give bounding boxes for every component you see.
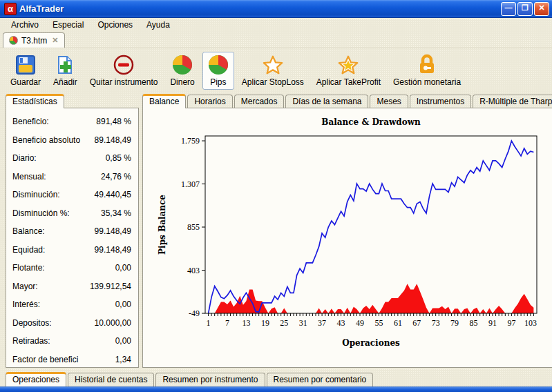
svg-text:61: 61: [394, 318, 402, 328]
pips-button[interactable]: Pips: [202, 52, 234, 90]
content-tab[interactable]: Horarios: [187, 95, 232, 108]
svg-text:13: 13: [242, 318, 250, 328]
toolbar-button-label: Dinero: [170, 77, 194, 87]
add-document-icon: [54, 54, 76, 76]
content-tab-label: Balance: [149, 97, 179, 106]
content-tab[interactable]: Mercados: [234, 95, 285, 108]
stat-value: 99.148,49: [95, 245, 131, 255]
stat-row: Depositos: 10.000,00: [6, 314, 138, 333]
stat-value: 24,76 %: [101, 172, 131, 182]
svg-text:73: 73: [432, 318, 440, 328]
save-floppy-icon: [15, 54, 37, 76]
stat-value: 0,85 %: [106, 153, 131, 163]
content-tab-label: Días de la semana: [292, 97, 361, 106]
stat-value: 0,00: [115, 263, 131, 273]
content-tab[interactable]: Días de la semana: [285, 95, 368, 108]
stat-label: Flotante:: [12, 263, 45, 273]
stat-row: Diario: 0,85 %: [6, 149, 138, 168]
balance-chart: -494038551.3071.759171319253137434955616…: [143, 108, 552, 367]
content-tab[interactable]: Balance: [142, 94, 186, 108]
stat-row: Equidad: 99.148,49: [6, 241, 138, 259]
chart-panel-body: -494038551.3071.759171319253137434955616…: [142, 108, 552, 368]
stat-value: 10.000,00: [95, 318, 131, 328]
stat-row: Flotante: 0,00: [6, 259, 138, 277]
statistics-body: Beneficio: 891,48 % Beneficio absoluto 8…: [6, 108, 139, 368]
content-tab-label: Mercados: [241, 97, 278, 106]
bottom-tab-label: Resumen por comentario: [274, 375, 367, 384]
balance-chart-svg: -494038551.3071.759171319253137434955616…: [143, 108, 546, 365]
toolbar-button-label: Quitar instrumento: [90, 77, 158, 87]
svg-text:55: 55: [374, 318, 383, 328]
content-tab[interactable]: R-Múltiple de Tharp: [473, 95, 552, 108]
money-pie-icon: [171, 54, 193, 76]
stoploss-star-icon: [262, 54, 284, 76]
minimize-button[interactable]: —: [501, 2, 516, 16]
money-management-button[interactable]: Gestión monetaria: [388, 52, 466, 90]
remove-instrument-button[interactable]: Quitar instrumento: [85, 52, 163, 90]
svg-text:49: 49: [356, 318, 364, 328]
document-tab-row: T3.htm ✕: [0, 32, 552, 48]
toolbar-button-label: Gestión monetaria: [393, 77, 461, 87]
content-tab-label: Instrumentos: [417, 97, 464, 106]
stat-label: Equidad:: [12, 245, 45, 255]
svg-text:855: 855: [187, 222, 200, 232]
svg-text:85: 85: [470, 318, 478, 328]
restore-icon: ❐: [522, 4, 529, 12]
content-tab[interactable]: Instrumentos: [410, 95, 471, 108]
close-button[interactable]: ✕: [534, 2, 549, 16]
toolbar-button-label: Aplicar StopLoss: [242, 77, 304, 87]
content-tab-label: Horarios: [194, 97, 225, 106]
stat-row: Beneficio: 891,48 %: [6, 112, 138, 131]
content-tabstrip: Balance Horarios Mercados Días de la sem…: [142, 94, 552, 108]
svg-text:103: 103: [524, 318, 537, 328]
stat-row: Interés: 0,00: [6, 295, 138, 314]
minimize-icon: —: [505, 4, 513, 12]
add-button[interactable]: Añadir: [48, 52, 82, 90]
menu-item[interactable]: Ayuda: [140, 19, 177, 31]
stat-row: Disminución: 49.440,45: [6, 186, 138, 204]
stat-row: Retiradas: 0,00: [6, 332, 138, 351]
tab-close-icon[interactable]: ✕: [52, 36, 58, 45]
tab-estadisticas[interactable]: Estadísticas: [6, 94, 64, 108]
document-tab-label: T3.htm: [21, 36, 47, 46]
bottom-tab[interactable]: Resumen por instrumento: [155, 373, 265, 386]
menu-item[interactable]: Archivo: [4, 19, 46, 31]
money-management-lock-icon: [416, 54, 438, 76]
restore-button[interactable]: ❐: [517, 2, 533, 16]
stat-value: 1,34: [115, 355, 131, 364]
svg-text:43: 43: [337, 318, 345, 328]
stat-label: Factor de benefici: [12, 355, 78, 364]
svg-text:-49: -49: [189, 308, 200, 318]
svg-text:91: 91: [488, 318, 497, 328]
stat-label: Disminución:: [12, 190, 60, 199]
svg-text:1.759: 1.759: [181, 136, 200, 146]
bottom-tab[interactable]: Historial de cuentas: [68, 373, 154, 386]
menu-item[interactable]: Especial: [46, 19, 91, 31]
apply-stoploss-button[interactable]: Aplicar StopLoss: [237, 52, 309, 90]
menu-item[interactable]: Opciones: [91, 19, 140, 31]
stat-value: 49.440,45: [95, 190, 131, 199]
svg-text:79: 79: [450, 318, 459, 328]
toolbar-button-label: Aplicar TakeProfit: [316, 77, 381, 87]
toolbar-button-label: Pips: [210, 77, 226, 87]
content-tab[interactable]: Meses: [370, 95, 408, 108]
apply-takeprofit-button[interactable]: Aplicar TakeProfit: [312, 52, 386, 90]
svg-text:Operaciones: Operaciones: [342, 338, 400, 348]
svg-text:1: 1: [207, 318, 211, 328]
document-tab[interactable]: T3.htm ✕: [3, 32, 65, 48]
bottom-tab[interactable]: Operaciones: [6, 372, 66, 386]
content-tab-label: R-Múltiple de Tharp: [479, 97, 552, 106]
statistics-pane: Estadísticas Beneficio: 891,48 % Benefic…: [6, 94, 139, 368]
stat-label: Mayor:: [12, 282, 38, 291]
stat-label: Interés:: [12, 300, 40, 309]
tab-label: Estadísticas: [12, 97, 57, 106]
money-button[interactable]: Dinero: [165, 52, 199, 90]
stat-row: Balance: 99.148,49: [6, 222, 138, 241]
save-button[interactable]: Guardar: [6, 52, 46, 90]
bottom-tab[interactable]: Resumen por comentario: [267, 373, 374, 386]
stat-label: Depositos:: [12, 318, 52, 328]
stat-label: Balance:: [12, 226, 45, 236]
window-title: AlfaTrader: [19, 3, 501, 14]
stat-row: Mensual: 24,76 %: [6, 168, 138, 186]
stat-value: 891,48 %: [96, 117, 131, 126]
